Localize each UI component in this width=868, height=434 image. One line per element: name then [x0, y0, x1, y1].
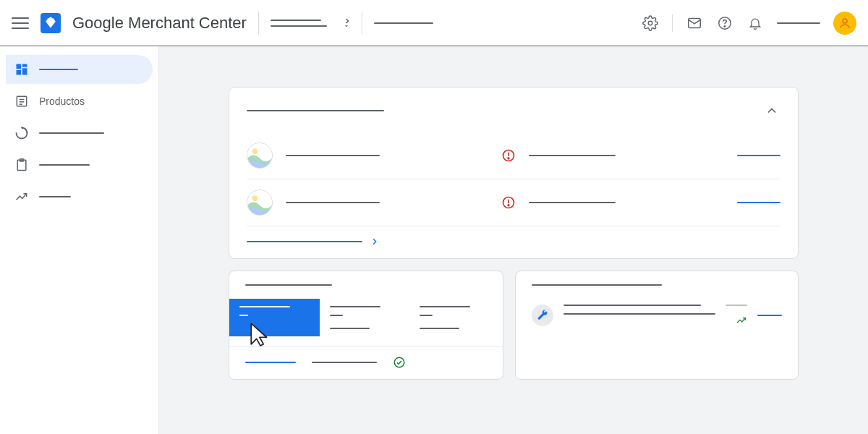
sidebar-nav: Productos [0, 46, 159, 434]
divider [672, 14, 673, 32]
svg-rect-10 [17, 70, 22, 75]
secondary-selector[interactable] [374, 22, 439, 24]
card-title [247, 110, 384, 111]
sidebar-item-performance[interactable] [6, 119, 153, 148]
collapse-button[interactable] [763, 102, 780, 119]
metric-tile[interactable] [320, 299, 410, 336]
settings-icon[interactable] [642, 14, 659, 32]
app-header: Google Merchant Center [0, 0, 868, 46]
divider [258, 12, 259, 35]
svg-point-2 [648, 21, 652, 25]
svg-rect-7 [17, 64, 22, 69]
mail-icon[interactable] [686, 14, 703, 32]
user-avatar[interactable] [833, 12, 856, 35]
trend-up-icon [736, 315, 747, 326]
metric-tile[interactable] [409, 299, 500, 336]
app-logo-icon [41, 13, 61, 33]
svg-point-5 [724, 25, 725, 26]
help-icon[interactable] [716, 14, 733, 32]
task-row[interactable] [247, 179, 780, 226]
chevron-right-icon [370, 237, 380, 247]
sidebar-item-marketing[interactable] [6, 150, 153, 179]
recommendation-card [515, 271, 799, 380]
divider [362, 12, 362, 35]
overview-tasks-card [229, 87, 799, 259]
app-title: Google Merchant Center [72, 14, 247, 33]
account-label [777, 22, 820, 24]
dashboard-icon [14, 62, 29, 77]
footer-metric [312, 362, 377, 363]
sidebar-item-label [39, 69, 78, 70]
sidebar-item-growth[interactable] [6, 182, 153, 211]
task-name [286, 155, 380, 156]
svg-point-6 [843, 19, 847, 23]
task-name [286, 202, 380, 203]
progress-icon [14, 126, 29, 140]
sidebar-item-overview[interactable] [6, 55, 153, 84]
svg-rect-1 [50, 17, 52, 18]
svg-point-18 [252, 149, 258, 155]
card-title [532, 284, 662, 286]
card-footer-link[interactable] [245, 362, 296, 363]
sidebar-item-products[interactable]: Productos [6, 87, 153, 116]
sidebar-item-label: Productos [39, 95, 85, 107]
sidebar-item-label [39, 164, 90, 166]
main-content [159, 46, 868, 434]
alert-icon [501, 195, 516, 210]
notifications-icon[interactable] [746, 14, 764, 32]
menu-toggle-button[interactable] [12, 14, 29, 32]
metric-tile-selected[interactable] [229, 299, 320, 336]
product-thumbnail [247, 190, 273, 216]
card-footer-link[interactable] [247, 226, 780, 247]
trend-icon [14, 190, 29, 204]
sidebar-item-label [39, 196, 71, 197]
product-thumbnail [247, 142, 273, 169]
sidebar-item-label [39, 132, 104, 134]
check-circle-icon [393, 356, 406, 369]
wrench-icon [532, 305, 553, 326]
alert-icon [501, 148, 516, 163]
clipboard-icon [14, 158, 29, 172]
metrics-card [229, 271, 503, 380]
card-action-link[interactable] [757, 315, 782, 316]
card-title [245, 284, 332, 286]
svg-rect-3 [689, 18, 701, 27]
account-selector[interactable] [271, 20, 350, 27]
svg-point-21 [508, 158, 509, 159]
svg-point-23 [252, 196, 258, 202]
svg-point-27 [394, 357, 404, 367]
svg-rect-8 [22, 64, 27, 67]
task-action-link[interactable] [737, 202, 780, 203]
list-icon [14, 94, 29, 109]
task-row[interactable] [247, 132, 780, 179]
task-status [529, 155, 616, 156]
task-action-link[interactable] [737, 155, 780, 156]
task-status [529, 202, 616, 203]
svg-rect-9 [22, 68, 27, 75]
svg-point-26 [508, 205, 509, 206]
svg-rect-0 [49, 17, 53, 20]
